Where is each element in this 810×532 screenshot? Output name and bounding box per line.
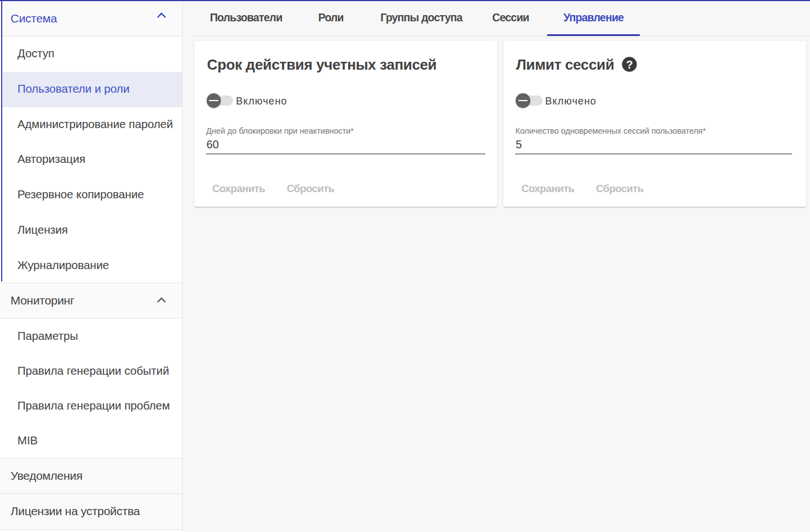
svg-text:?: ? (626, 58, 632, 71)
